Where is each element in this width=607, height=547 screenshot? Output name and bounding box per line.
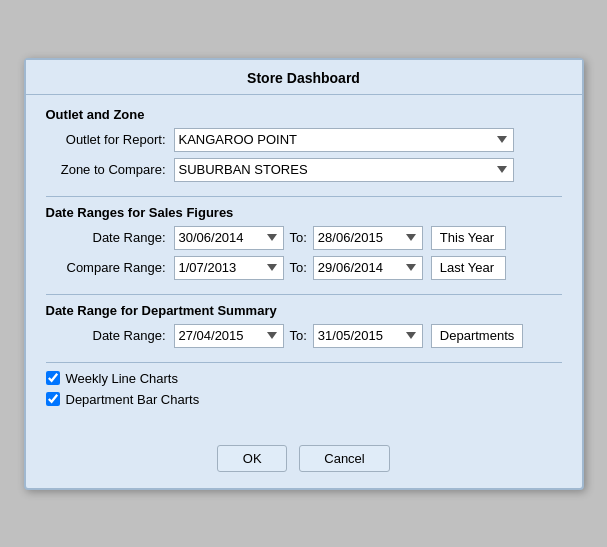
this-year-label: This Year	[431, 226, 506, 250]
outlet-row: Outlet for Report: KANGAROO POINT	[56, 128, 562, 152]
checkboxes-section: Weekly Line Charts Department Bar Charts	[46, 371, 562, 407]
date-range-dept-content: Date Range: 27/04/2015 To: 31/05/2015 De…	[46, 324, 562, 348]
outlet-zone-title: Outlet and Zone	[46, 107, 562, 122]
dialog-footer: OK Cancel	[26, 433, 582, 488]
to-label-3: To:	[290, 328, 307, 343]
ok-button[interactable]: OK	[217, 445, 287, 472]
outlet-zone-content: Outlet for Report: KANGAROO POINT Zone t…	[46, 128, 562, 182]
divider-2	[46, 294, 562, 295]
outlet-label: Outlet for Report:	[56, 132, 166, 147]
outlet-select[interactable]: KANGAROO POINT	[174, 128, 514, 152]
cancel-button[interactable]: Cancel	[299, 445, 389, 472]
departments-label: Departments	[431, 324, 523, 348]
weekly-charts-label: Weekly Line Charts	[66, 371, 178, 386]
divider-3	[46, 362, 562, 363]
divider-1	[46, 196, 562, 197]
dept-date-range-row: Date Range: 27/04/2015 To: 31/05/2015 De…	[56, 324, 562, 348]
to-label-1: To:	[290, 230, 307, 245]
date-ranges-sales-title: Date Ranges for Sales Figures	[46, 205, 562, 220]
date-range-dept-section: Date Range for Department Summary Date R…	[46, 303, 562, 348]
date-ranges-sales-content: Date Range: 30/06/2014 To: 28/06/2015 Th…	[46, 226, 562, 280]
date-ranges-sales-section: Date Ranges for Sales Figures Date Range…	[46, 205, 562, 280]
compare-range-row: Compare Range: 1/07/2013 To: 29/06/2014 …	[56, 256, 562, 280]
zone-select[interactable]: SUBURBAN STORES	[174, 158, 514, 182]
zone-label: Zone to Compare:	[56, 162, 166, 177]
last-year-label: Last Year	[431, 256, 506, 280]
compare-range-to-select[interactable]: 29/06/2014	[313, 256, 423, 280]
date-range-dept-title: Date Range for Department Summary	[46, 303, 562, 318]
dept-date-range-label: Date Range:	[56, 328, 166, 343]
weekly-charts-checkbox[interactable]	[46, 371, 60, 385]
outlet-zone-section: Outlet and Zone Outlet for Report: KANGA…	[46, 107, 562, 182]
dialog-body: Outlet and Zone Outlet for Report: KANGA…	[26, 95, 582, 433]
date-range-from-select[interactable]: 30/06/2014	[174, 226, 284, 250]
dept-charts-checkbox[interactable]	[46, 392, 60, 406]
dept-charts-row: Department Bar Charts	[46, 392, 562, 407]
to-label-2: To:	[290, 260, 307, 275]
store-dashboard-dialog: Store Dashboard Outlet and Zone Outlet f…	[24, 58, 584, 490]
compare-range-from-select[interactable]: 1/07/2013	[174, 256, 284, 280]
compare-range-label: Compare Range:	[56, 260, 166, 275]
date-range-to-select[interactable]: 28/06/2015	[313, 226, 423, 250]
dept-date-range-to-select[interactable]: 31/05/2015	[313, 324, 423, 348]
dept-date-range-from-select[interactable]: 27/04/2015	[174, 324, 284, 348]
weekly-charts-row: Weekly Line Charts	[46, 371, 562, 386]
date-range-row: Date Range: 30/06/2014 To: 28/06/2015 Th…	[56, 226, 562, 250]
dialog-title: Store Dashboard	[26, 60, 582, 95]
zone-row: Zone to Compare: SUBURBAN STORES	[56, 158, 562, 182]
dept-charts-label: Department Bar Charts	[66, 392, 200, 407]
date-range-label: Date Range:	[56, 230, 166, 245]
